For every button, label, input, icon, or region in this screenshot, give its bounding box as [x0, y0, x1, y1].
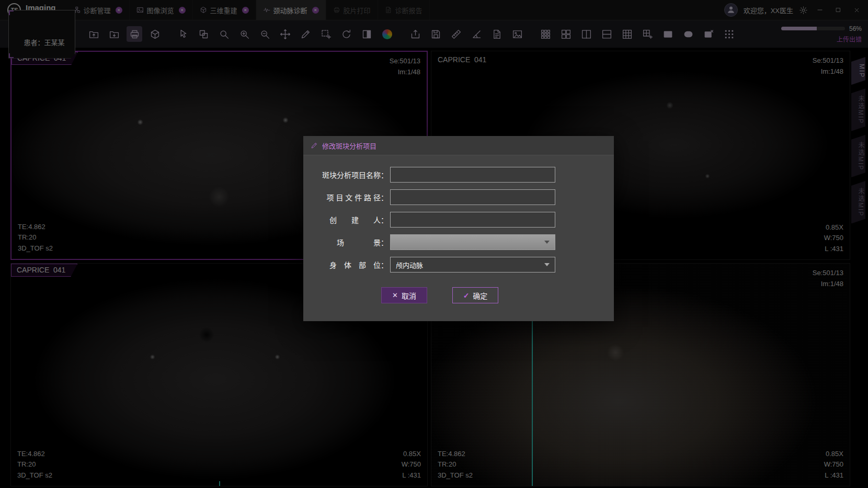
chevron-down-icon — [544, 263, 550, 266]
field-label-body-part: 身 体 部 位： — [310, 259, 388, 270]
confirm-button[interactable]: ✓ 确定 — [452, 287, 498, 303]
edit-plaque-project-dialog: 修改斑块分析项目 斑块分析项目名称： 项 目 文 件 路 径： 创 建 人： 场… — [303, 136, 614, 321]
dialog-title: 修改斑块分析项目 — [322, 141, 376, 151]
edit-pencil-icon — [311, 142, 318, 149]
field-label-project-name: 斑块分析项目名称： — [310, 169, 388, 180]
creator-input[interactable] — [390, 212, 555, 228]
cancel-button[interactable]: ✕ 取消 — [381, 287, 427, 303]
dialog-titlebar: 修改斑块分析项目 — [303, 136, 614, 155]
scene-select[interactable] — [390, 234, 555, 250]
close-x-icon: ✕ — [392, 291, 398, 299]
project-name-input[interactable] — [390, 167, 555, 183]
field-label-scene: 场 景： — [310, 237, 388, 247]
chevron-down-icon — [544, 241, 550, 244]
file-path-input[interactable] — [390, 189, 555, 205]
body-part-select[interactable]: 颅内动脉 — [390, 257, 555, 273]
field-label-creator: 创 建 人： — [310, 214, 388, 225]
field-label-file-path: 项 目 文 件 路 径： — [310, 192, 388, 202]
check-icon: ✓ — [463, 291, 470, 300]
